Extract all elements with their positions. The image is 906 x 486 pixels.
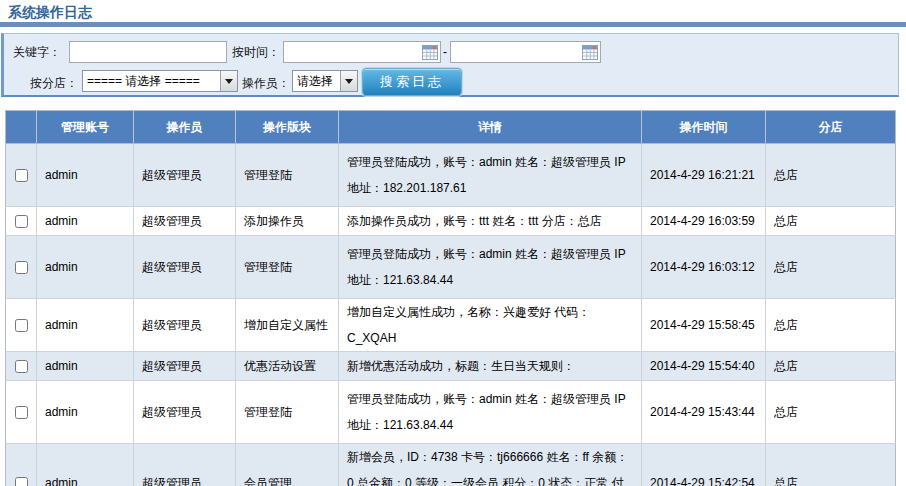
cell-time: 2014-4-29 15:42:54 xyxy=(642,444,766,486)
cell-detail: 管理员登陆成功，账号：admin 姓名：超级管理员 IP地址：182.201.1… xyxy=(339,144,642,207)
cell-detail: 管理员登陆成功，账号：admin 姓名：超级管理员 IP地址：121.63.84… xyxy=(339,236,642,299)
row-checkbox[interactable] xyxy=(15,406,28,419)
branch-select-value: ===== 请选择 ===== xyxy=(83,73,220,90)
cell-detail: 新增会员，ID：4738 卡号：tj666666 姓名：ff 余额：0 总金额：… xyxy=(339,444,642,486)
cell-branch: 总店 xyxy=(766,236,896,299)
calendar-icon[interactable] xyxy=(582,45,598,60)
table-row: admin 超级管理员 会员管理 新增会员，ID：4738 卡号：tj66666… xyxy=(6,444,896,486)
operator-select[interactable]: 请选择 xyxy=(292,70,358,92)
cell-branch: 总店 xyxy=(766,444,896,486)
page-title: 系统操作日志 xyxy=(8,4,92,22)
table-row: admin 超级管理员 增加自定义属性 增加自定义属性成功，名称：兴趣爱好 代码… xyxy=(6,299,896,352)
row-checkbox[interactable] xyxy=(15,215,28,228)
col-header-time: 操作时间 xyxy=(642,111,766,144)
cell-branch: 总店 xyxy=(766,381,896,444)
cell-module: 管理登陆 xyxy=(236,236,339,299)
col-header-detail: 详情 xyxy=(339,111,642,144)
log-table: 管理账号 操作员 操作版块 详情 操作时间 分店 admin 超级管理员 管理登… xyxy=(5,110,896,486)
col-header-branch: 分店 xyxy=(766,111,896,144)
cell-account: admin xyxy=(37,444,134,486)
cell-branch: 总店 xyxy=(766,144,896,207)
table-row: admin 超级管理员 优惠活动设置 新增优惠活动成功，标题：生日当天规则： 2… xyxy=(6,352,896,381)
chevron-down-icon[interactable] xyxy=(220,71,237,91)
row-checkbox[interactable] xyxy=(15,169,28,182)
cell-detail: 管理员登陆成功，账号：admin 姓名：超级管理员 IP地址：121.63.84… xyxy=(339,381,642,444)
cell-operator: 超级管理员 xyxy=(134,207,236,236)
cell-module: 添加操作员 xyxy=(236,207,339,236)
time-from-input[interactable] xyxy=(284,42,440,62)
cell-detail: 新增优惠活动成功，标题：生日当天规则： xyxy=(339,352,642,381)
cell-operator: 超级管理员 xyxy=(134,381,236,444)
cell-time: 2014-4-29 15:43:44 xyxy=(642,381,766,444)
cell-module: 增加自定义属性 xyxy=(236,299,339,352)
cell-time: 2014-4-29 15:54:40 xyxy=(642,352,766,381)
keyword-input[interactable] xyxy=(69,41,227,63)
table-header-row: 管理账号 操作员 操作版块 详情 操作时间 分店 xyxy=(6,111,896,144)
cell-detail: 增加自定义属性成功，名称：兴趣爱好 代码：C_XQAH xyxy=(339,299,642,352)
cell-branch: 总店 xyxy=(766,299,896,352)
title-underline xyxy=(0,22,906,27)
cell-module: 管理登陆 xyxy=(236,144,339,207)
cell-time: 2014-4-29 16:03:12 xyxy=(642,236,766,299)
row-checkbox[interactable] xyxy=(15,319,28,332)
operator-label: 操作员： xyxy=(242,72,290,94)
col-header-module: 操作版块 xyxy=(236,111,339,144)
filter-panel: 关键字： 按时间： - 按分店： ===== 请选择 ===== xyxy=(1,33,899,97)
cell-account: admin xyxy=(37,381,134,444)
table-row: admin 超级管理员 管理登陆 管理员登陆成功，账号：admin 姓名：超级管… xyxy=(6,381,896,444)
row-checkbox[interactable] xyxy=(15,477,28,486)
cell-module: 会员管理 xyxy=(236,444,339,486)
time-to-input[interactable] xyxy=(451,42,600,62)
cell-operator: 超级管理员 xyxy=(134,144,236,207)
cell-operator: 超级管理员 xyxy=(134,299,236,352)
col-header-checkbox xyxy=(6,111,37,144)
cell-operator: 超级管理员 xyxy=(134,352,236,381)
search-logs-button[interactable]: 搜索日志 xyxy=(362,68,462,96)
table-row: admin 超级管理员 添加操作员 添加操作员成功，账号：ttt 姓名：ttt … xyxy=(6,207,896,236)
branch-label: 按分店： xyxy=(30,72,78,94)
cell-detail: 添加操作员成功，账号：ttt 姓名：ttt 分店：总店 xyxy=(339,207,642,236)
row-checkbox[interactable] xyxy=(15,261,28,274)
cell-branch: 总店 xyxy=(766,352,896,381)
time-range-separator: - xyxy=(443,41,447,63)
cell-module: 管理登陆 xyxy=(236,381,339,444)
cell-time: 2014-4-29 15:58:45 xyxy=(642,299,766,352)
cell-time: 2014-4-29 16:03:59 xyxy=(642,207,766,236)
branch-select[interactable]: ===== 请选择 ===== xyxy=(82,70,238,92)
calendar-icon[interactable] xyxy=(422,45,438,60)
col-header-account: 管理账号 xyxy=(37,111,134,144)
cell-operator: 超级管理员 xyxy=(134,236,236,299)
time-label: 按时间： xyxy=(232,41,280,63)
operator-select-value: 请选择 xyxy=(293,73,340,90)
table-row: admin 超级管理员 管理登陆 管理员登陆成功，账号：admin 姓名：超级管… xyxy=(6,144,896,207)
col-header-operator: 操作员 xyxy=(134,111,236,144)
chevron-down-icon[interactable] xyxy=(340,71,357,91)
time-to-field[interactable] xyxy=(450,41,601,63)
cell-branch: 总店 xyxy=(766,207,896,236)
cell-time: 2014-4-29 16:21:21 xyxy=(642,144,766,207)
cell-account: admin xyxy=(37,352,134,381)
keyword-label: 关键字： xyxy=(13,41,61,63)
table-row: admin 超级管理员 管理登陆 管理员登陆成功，账号：admin 姓名：超级管… xyxy=(6,236,896,299)
time-from-field[interactable] xyxy=(283,41,441,63)
cell-account: admin xyxy=(37,236,134,299)
cell-account: admin xyxy=(37,299,134,352)
cell-account: admin xyxy=(37,207,134,236)
cell-operator: 超级管理员 xyxy=(134,444,236,486)
cell-account: admin xyxy=(37,144,134,207)
row-checkbox[interactable] xyxy=(15,360,28,373)
cell-module: 优惠活动设置 xyxy=(236,352,339,381)
